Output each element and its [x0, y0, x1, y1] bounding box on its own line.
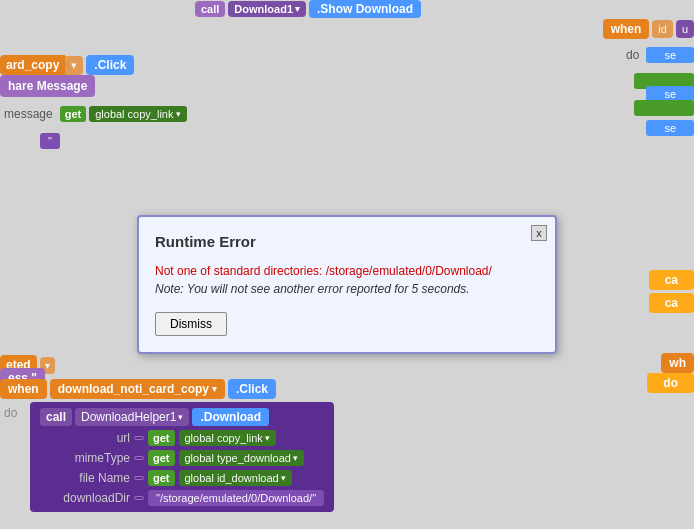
dialog-close-button[interactable]: x — [531, 225, 547, 241]
dialog-title: Runtime Error — [155, 233, 539, 250]
canvas: call Download1 ▾ .Show Download ard_copy… — [0, 0, 694, 529]
note-text: Note: You will not see another error rep… — [155, 282, 470, 296]
dismiss-button[interactable]: Dismiss — [155, 312, 227, 336]
dialog-body: Not one of standard directories: /storag… — [155, 262, 539, 298]
runtime-error-dialog: Runtime Error x Not one of standard dire… — [137, 215, 557, 354]
error-text: Not one of standard directories: /storag… — [155, 264, 492, 278]
dialog-overlay: Runtime Error x Not one of standard dire… — [0, 0, 694, 529]
